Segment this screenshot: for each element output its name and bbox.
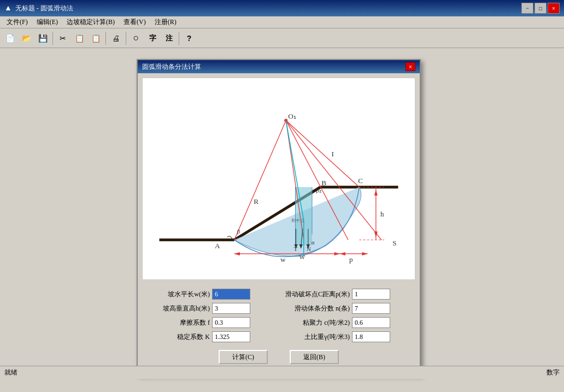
diagram-svg: O₁ I R β₂ β B C — [143, 78, 415, 279]
separator-2 — [105, 32, 106, 45]
svg-text:A: A — [215, 242, 220, 250]
cut-button[interactable]: ✂ — [55, 31, 70, 46]
maximize-button[interactable]: □ — [534, 3, 547, 14]
input-f[interactable] — [212, 317, 250, 328]
form-area: 坡水平长w(米) 坡高垂直高h(米) 摩擦系数 f 稳定系数 K — [138, 284, 420, 374]
close-button[interactable]: × — [548, 3, 560, 14]
form-row-3: 摩擦系数 f — [144, 317, 273, 328]
svg-text:h: h — [380, 210, 384, 218]
menu-register[interactable]: 注册(R) — [150, 16, 181, 28]
input-w[interactable] — [212, 289, 250, 300]
print-button[interactable]: 🖨 — [108, 31, 124, 46]
svg-text:β₂: β₂ — [316, 187, 321, 194]
text-button[interactable]: 字 — [145, 31, 160, 46]
input-c[interactable] — [352, 317, 390, 328]
minimize-button[interactable]: － — [521, 3, 533, 14]
form-col-left: 坡水平长w(米) 坡高垂直高h(米) 摩擦系数 f 稳定系数 K — [144, 289, 273, 346]
dialog-close-button[interactable]: × — [406, 62, 415, 71]
label-gamma: 土比重γ(吨/米3) — [284, 332, 350, 342]
menu-slope[interactable]: 边坡稳定计算(B) — [62, 16, 119, 28]
label-p: 滑动破坏点C距离p(米) — [284, 290, 350, 299]
new-button[interactable]: 📄 — [2, 31, 17, 46]
svg-text:C: C — [358, 177, 363, 185]
form-section: 坡水平长w(米) 坡高垂直高h(米) 摩擦系数 f 稳定系数 K — [144, 289, 413, 346]
menu-bar: 文件(F) 编辑(E) 边坡稳定计算(B) 查看(V) 注册(R) — [0, 16, 564, 28]
svg-text:I: I — [332, 150, 334, 158]
svg-text:W: W — [299, 254, 306, 260]
form-row-4: 稳定系数 K — [144, 331, 273, 342]
input-k[interactable] — [212, 331, 250, 342]
back-button[interactable]: 返回(B) — [290, 350, 339, 364]
save-button[interactable]: 💾 — [35, 31, 50, 46]
form-row-8: 土比重γ(吨/米3) — [284, 331, 413, 342]
status-mode: 数字 — [547, 368, 560, 377]
form-row-5: 滑动破坏点C距离p(米) — [284, 289, 413, 300]
help-button[interactable]: ? — [181, 31, 197, 46]
diagram-area: O₁ I R β₂ β B C — [142, 78, 415, 280]
input-gamma[interactable] — [352, 331, 390, 342]
svg-text:S: S — [392, 239, 396, 247]
svg-text:R: R — [254, 197, 258, 206]
form-row-2: 坡高垂直高h(米) — [144, 303, 273, 314]
input-h[interactable] — [212, 303, 250, 314]
separator-1 — [52, 32, 53, 45]
dialog-title: 圆弧滑动条分法计算 — [142, 62, 201, 72]
svg-text:O₁: O₁ — [288, 112, 296, 120]
menu-file[interactable]: 文件(F) — [2, 16, 32, 28]
input-n[interactable] — [352, 303, 390, 314]
svg-text:和中点: 和中点 — [291, 218, 304, 223]
window-title: 无标题 - 圆弧滑动法 — [15, 4, 73, 13]
label-n: 滑动体条分数 n(条) — [284, 304, 350, 313]
svg-text:B: B — [321, 179, 326, 187]
menu-edit[interactable]: 编辑(E) — [32, 16, 62, 28]
form-row-7: 粘聚力 c(吨/米2) — [284, 317, 413, 328]
label-f: 摩擦系数 f — [144, 318, 210, 327]
separator-4 — [179, 32, 179, 45]
svg-text:α: α — [312, 239, 315, 245]
form-row-1: 坡水平长w(米) — [144, 289, 273, 300]
dialog: 圆弧滑动条分法计算 × — [137, 59, 421, 375]
title-bar: ▲ 无标题 - 圆弧滑动法 － □ × — [0, 0, 564, 16]
toolbar: 📄 📂 💾 ✂ 📋 📋 🖨 ○ 字 注 ? — [0, 28, 564, 48]
separator-3 — [126, 32, 126, 45]
label-k: 稳定系数 K — [144, 332, 210, 342]
form-col-right: 滑动破坏点C距离p(米) 滑动体条分数 n(条) 粘聚力 c(吨/米2) 土比重… — [284, 289, 413, 346]
open-button[interactable]: 📂 — [19, 31, 34, 46]
input-p[interactable] — [352, 289, 390, 300]
svg-text:p: p — [349, 255, 353, 264]
menu-view[interactable]: 查看(V) — [119, 16, 150, 28]
calc-button[interactable]: 计算(C) — [219, 350, 268, 364]
main-content: 圆弧滑动条分法计算 × — [0, 48, 564, 379]
status-bar: 就绪 数字 — [0, 366, 564, 379]
label-w: 坡水平长w(米) — [144, 290, 210, 299]
form-row-6: 滑动体条分数 n(条) — [284, 303, 413, 314]
label-c: 粘聚力 c(吨/米2) — [284, 318, 350, 327]
svg-text:β: β — [237, 228, 240, 235]
window-controls: － □ × — [521, 3, 560, 14]
copy-button[interactable]: 📋 — [72, 31, 87, 46]
circle-button[interactable]: ○ — [128, 31, 144, 46]
note-button[interactable]: 注 — [161, 31, 177, 46]
dialog-title-bar: 圆弧滑动条分法计算 × — [138, 60, 420, 73]
status-text: 就绪 — [4, 368, 17, 377]
paste-button[interactable]: 📋 — [88, 31, 103, 46]
svg-text:w: w — [280, 255, 286, 264]
label-h: 坡高垂直高h(米) — [144, 304, 210, 313]
